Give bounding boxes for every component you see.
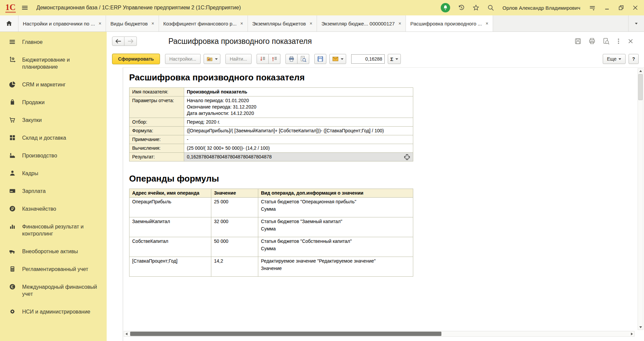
sidebar-item-salary[interactable]: Зарплата (0, 184, 107, 199)
generate-button[interactable]: Сформировать (112, 54, 160, 64)
close-form-button[interactable] (626, 37, 635, 46)
close-window-button[interactable] (631, 3, 640, 12)
sidebar-item-purchases[interactable]: Закупки (0, 113, 107, 128)
sidebar-item-label: Кадры (22, 170, 38, 177)
sidebar-item-sales[interactable]: Продажи (0, 95, 107, 110)
operand-row: [СтавкаПроцент;Год]14,2Редактируемое зна… (129, 257, 413, 277)
sidebar-item-main[interactable]: Главное (0, 35, 107, 50)
operand-kind-line: Статья бюджетов "Заемный капитал" (261, 218, 410, 225)
sidebar-item-assets[interactable]: Внеоборотные активы (0, 244, 107, 259)
global-search-button[interactable] (486, 3, 496, 13)
collapse-group-button[interactable] (123, 89, 123, 93)
settings-button[interactable]: Настройки... (165, 54, 201, 64)
sidebar-item-regulated[interactable]: Регламентированный учет (0, 262, 107, 277)
tab-3[interactable]: Коэффициент финансового р...× (159, 15, 248, 31)
forward-button[interactable] (124, 37, 137, 46)
sidebar-item-label: НСИ и администрирование (22, 308, 90, 315)
scroll-up-button[interactable] (638, 69, 643, 73)
page-magnifier-icon (602, 37, 610, 45)
sidebar-item-label: Регламентированный учет (22, 266, 88, 273)
tab-5[interactable]: Экземпляр бюдже... 000000127× (317, 15, 406, 31)
sidebar-item-nsi[interactable]: НСИ и администрирование (0, 304, 107, 319)
save-button[interactable] (314, 54, 326, 64)
more-button[interactable]: Еще (603, 54, 626, 64)
notifications-button[interactable] (439, 2, 451, 14)
ruble-icon (9, 205, 16, 212)
tab-1[interactable]: Настройки и справочники по ...× (18, 15, 106, 31)
tab-close-icon[interactable]: × (398, 21, 401, 26)
notification-bell-icon (441, 3, 450, 12)
report-title: Расшифровка производного показателя (129, 72, 644, 83)
sidebar-item-label: Главное (22, 39, 43, 46)
sidebar-item-finance-result[interactable]: Финансовый результат и контроллинг (0, 219, 107, 241)
scroll-down-button[interactable] (638, 325, 643, 330)
tab-close-icon[interactable]: × (240, 21, 243, 26)
tab-close-icon[interactable]: × (99, 21, 101, 26)
tab-6[interactable]: Расшифровка производного ...× (406, 15, 493, 31)
tab-close-icon[interactable]: × (486, 21, 488, 26)
row-value: Период: 2020 г. (184, 118, 413, 127)
minimize-button[interactable] (602, 3, 612, 12)
row-value-text: ([ОперациПрибыль]/( [ЗаемныйКапитал]+ [С… (187, 128, 384, 133)
favorites-button[interactable] (471, 3, 481, 13)
tab-close-icon[interactable]: × (152, 21, 154, 26)
expand-groups-button[interactable] (269, 54, 280, 64)
find-button[interactable]: Найти... (225, 54, 252, 64)
tab-close-icon[interactable]: × (310, 21, 312, 26)
operand-detail-line: Сумма (261, 206, 410, 212)
tab-4[interactable]: Экземпляры бюджетов× (248, 15, 317, 31)
operands-title: Операнды формулы (129, 174, 644, 184)
sidebar-item-international[interactable]: Международный финансовый учет (0, 279, 107, 301)
row-value-line: Начало периода: 01.01.2020 (187, 97, 410, 104)
history-button[interactable] (456, 3, 466, 13)
scroll-left-button[interactable] (124, 331, 129, 336)
current-cell-value-field[interactable] (351, 54, 385, 64)
cart-icon (9, 116, 16, 124)
sections-sidebar: ГлавноеБюджетирование и планированиеCRM … (0, 32, 107, 341)
result-cell[interactable]: 0,1628780487804878048780487804878 (184, 153, 413, 161)
restore-icon (618, 4, 625, 11)
tab-2[interactable]: Виды бюджетов× (106, 15, 159, 31)
vertical-scrollbar[interactable] (638, 68, 643, 330)
preview-button[interactable] (601, 36, 611, 46)
cell-cursor-icon (404, 154, 410, 160)
send-email-button[interactable] (329, 54, 346, 64)
sum-button[interactable]: Σ (388, 54, 401, 64)
back-button[interactable] (112, 37, 124, 46)
sidebar-item-budgeting[interactable]: Бюджетирование и планирование (0, 52, 107, 74)
sidebar-item-label: Финансовый результат и контроллинг (22, 223, 102, 237)
main-menu-button[interactable] (20, 3, 30, 13)
vertical-scroll-thumb[interactable] (638, 74, 643, 100)
operand-name: ЗаемныйКапитал (129, 217, 211, 237)
globe-icon (9, 283, 16, 290)
collapse-group-button[interactable] (123, 190, 123, 194)
operand-kind-line: Статья бюджетов "Операционная прибыль" (261, 199, 410, 205)
restore-button[interactable] (616, 3, 626, 12)
form-header: Расшифровка производного показателя (107, 32, 644, 51)
row-label: Вычисления: (129, 144, 184, 153)
scroll-right-button[interactable] (630, 331, 634, 336)
tab-list-dropdown-button[interactable] (628, 15, 644, 31)
horizontal-scrollbar[interactable] (124, 331, 635, 337)
print-button[interactable] (285, 54, 298, 64)
current-user[interactable]: Орлов Александр Владимирович (502, 5, 580, 11)
help-button[interactable]: ? (629, 54, 639, 64)
sidebar-item-crm[interactable]: CRM и маркетинг (0, 77, 107, 92)
more-actions-button[interactable] (615, 36, 622, 46)
save-report-button[interactable] (573, 36, 583, 46)
horizontal-scroll-thumb[interactable] (130, 332, 441, 336)
print-report-button[interactable] (587, 36, 597, 46)
tab-label: Виды бюджетов (110, 21, 148, 26)
collapse-groups-button[interactable] (257, 54, 269, 64)
report-variant-button[interactable] (204, 54, 220, 64)
print-preview-button[interactable] (298, 54, 309, 64)
sidebar-item-warehouse[interactable]: Склад и доставка (0, 130, 107, 145)
sidebar-item-hr[interactable]: Кадры (0, 166, 107, 181)
sidebar-item-production[interactable]: Производство (0, 148, 107, 163)
operand-name: [СтавкаПроцент;Год] (129, 257, 211, 277)
sidebar-item-treasury[interactable]: Казначейство (0, 201, 107, 216)
tab-home[interactable] (0, 15, 18, 31)
user-menu-button[interactable] (587, 3, 598, 13)
report-toolbar: Сформировать Настройки... Найти... (107, 51, 644, 67)
report-row: Параметры отчета:Начало периода: 01.01.2… (129, 96, 413, 118)
